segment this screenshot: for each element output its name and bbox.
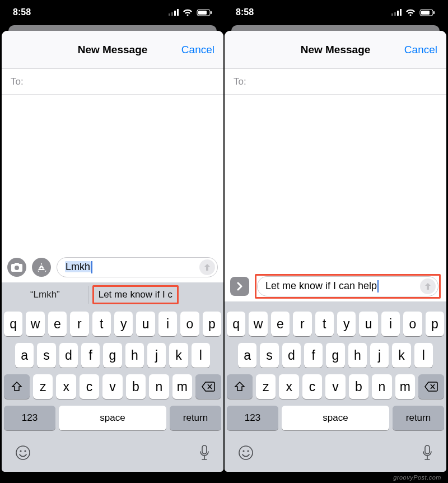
- battery-icon: [419, 9, 435, 16]
- key-t[interactable]: t: [92, 312, 111, 336]
- key-c[interactable]: c: [302, 374, 322, 399]
- wifi-icon: [405, 9, 416, 16]
- key-i[interactable]: i: [158, 312, 177, 336]
- cancel-button[interactable]: Cancel: [181, 44, 214, 56]
- svg-rect-6: [211, 11, 212, 14]
- key-z[interactable]: z: [256, 374, 276, 399]
- key-q[interactable]: q: [4, 312, 22, 336]
- shift-key[interactable]: [4, 374, 30, 399]
- compose-bar: Lmkh: [2, 252, 223, 282]
- key-l[interactable]: l: [414, 343, 433, 368]
- mic-icon: [199, 445, 210, 461]
- numbers-key[interactable]: 123: [227, 406, 278, 430]
- backspace-key[interactable]: [418, 374, 444, 399]
- key-w[interactable]: w: [26, 312, 44, 336]
- to-field[interactable]: To:: [225, 69, 446, 95]
- key-z[interactable]: z: [33, 374, 53, 399]
- key-y[interactable]: y: [114, 312, 133, 336]
- key-i[interactable]: i: [381, 312, 400, 336]
- key-d[interactable]: d: [59, 343, 78, 368]
- to-label: To:: [234, 76, 246, 87]
- message-body[interactable]: [225, 95, 446, 271]
- key-g[interactable]: g: [103, 343, 122, 368]
- key-g[interactable]: g: [326, 343, 344, 368]
- key-c[interactable]: c: [80, 374, 99, 399]
- emoji-button[interactable]: [238, 445, 254, 463]
- key-o[interactable]: o: [180, 312, 199, 336]
- svg-rect-16: [421, 11, 430, 15]
- shift-key[interactable]: [227, 374, 253, 399]
- key-q[interactable]: q: [227, 312, 245, 336]
- key-v[interactable]: v: [102, 374, 122, 399]
- key-f[interactable]: f: [304, 343, 323, 368]
- svg-rect-1: [171, 12, 173, 16]
- key-a[interactable]: a: [15, 343, 34, 368]
- key-b[interactable]: b: [349, 374, 368, 399]
- dictation-button[interactable]: [422, 445, 433, 463]
- send-button[interactable]: [199, 259, 215, 275]
- message-input[interactable]: Let me know if I can help: [257, 276, 438, 296]
- key-h[interactable]: h: [125, 343, 144, 368]
- kb-row3: z x c v b n m: [4, 374, 221, 399]
- key-s[interactable]: s: [37, 343, 55, 368]
- dictation-button[interactable]: [199, 445, 210, 463]
- svg-rect-17: [433, 11, 435, 14]
- key-p[interactable]: p: [203, 312, 221, 336]
- apps-button[interactable]: [32, 258, 51, 277]
- compose-sheet: New Message Cancel To: Let me know if I …: [225, 31, 446, 472]
- key-n[interactable]: n: [372, 374, 391, 399]
- key-d[interactable]: d: [282, 343, 301, 368]
- numbers-key[interactable]: 123: [4, 406, 55, 430]
- key-m[interactable]: m: [395, 374, 415, 399]
- backspace-key[interactable]: [195, 374, 221, 399]
- key-j[interactable]: j: [147, 343, 166, 368]
- key-u[interactable]: u: [359, 312, 377, 336]
- key-p[interactable]: p: [426, 312, 444, 336]
- message-body[interactable]: [2, 95, 223, 252]
- camera-button[interactable]: [7, 258, 26, 277]
- space-key[interactable]: space: [59, 406, 166, 430]
- backspace-icon: [424, 382, 438, 392]
- cancel-button[interactable]: Cancel: [404, 44, 437, 56]
- key-e[interactable]: e: [48, 312, 67, 336]
- expand-apps-button[interactable]: [230, 277, 249, 296]
- key-s[interactable]: s: [260, 343, 278, 368]
- compose-sheet: New Message Cancel To: Lmkh: [2, 31, 223, 472]
- key-x[interactable]: x: [56, 374, 76, 399]
- svg-point-20: [247, 450, 249, 452]
- key-o[interactable]: o: [403, 312, 422, 336]
- key-a[interactable]: a: [238, 343, 256, 368]
- key-v[interactable]: v: [325, 374, 345, 399]
- message-input[interactable]: Lmkh: [57, 257, 218, 277]
- key-w[interactable]: w: [249, 312, 267, 336]
- key-k[interactable]: k: [169, 343, 188, 368]
- send-button[interactable]: [420, 278, 436, 294]
- svg-rect-11: [391, 13, 393, 16]
- key-k[interactable]: k: [392, 343, 410, 368]
- key-r[interactable]: r: [293, 312, 311, 336]
- key-h[interactable]: h: [348, 343, 367, 368]
- space-key[interactable]: space: [282, 406, 389, 430]
- key-l[interactable]: l: [192, 343, 210, 368]
- key-y[interactable]: y: [337, 312, 356, 336]
- key-e[interactable]: e: [271, 312, 290, 336]
- key-f[interactable]: f: [81, 343, 100, 368]
- key-u[interactable]: u: [136, 312, 155, 336]
- nav-bar: New Message Cancel: [2, 31, 223, 69]
- return-key[interactable]: return: [170, 406, 221, 430]
- emoji-button[interactable]: [15, 445, 31, 463]
- key-j[interactable]: j: [370, 343, 389, 368]
- key-t[interactable]: t: [315, 312, 334, 336]
- svg-point-8: [20, 450, 21, 452]
- key-m[interactable]: m: [172, 374, 192, 399]
- prediction-expansion[interactable]: Let me know if I c: [89, 282, 223, 307]
- prediction-literal[interactable]: “Lmkh”: [2, 282, 88, 307]
- key-x[interactable]: x: [279, 374, 298, 399]
- key-b[interactable]: b: [126, 374, 146, 399]
- keyboard: qwertyuiop asdfghjkl z x c v b n m: [225, 307, 446, 472]
- key-r[interactable]: r: [70, 312, 88, 336]
- key-n[interactable]: n: [149, 374, 169, 399]
- return-key[interactable]: return: [393, 406, 444, 430]
- to-field[interactable]: To:: [2, 69, 223, 95]
- kb-row1: qwertyuiop: [4, 312, 221, 336]
